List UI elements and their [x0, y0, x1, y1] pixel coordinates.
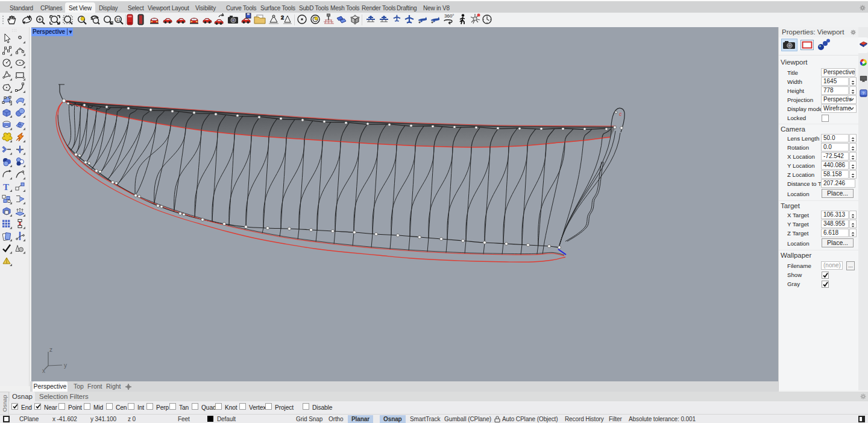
- svg-text:T: T: [3, 182, 9, 192]
- svg-text:c: c: [619, 111, 622, 117]
- svg-text:z: z: [49, 346, 52, 353]
- svg-text:360°: 360°: [444, 13, 454, 19]
- svg-text:x: x: [42, 367, 45, 374]
- svg-text:?: ?: [862, 91, 864, 96]
- svg-text:11: 11: [116, 17, 121, 22]
- svg-text:2: 2: [281, 14, 284, 21]
- svg-text:y: y: [64, 362, 67, 369]
